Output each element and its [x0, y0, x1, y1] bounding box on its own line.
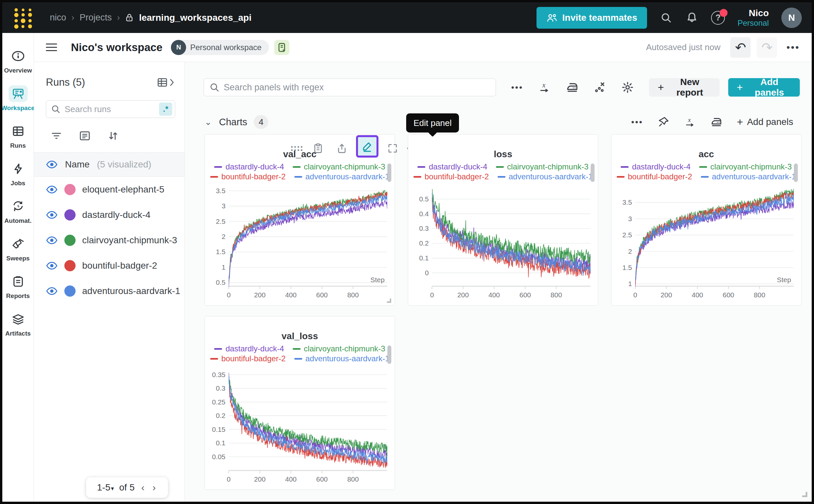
export-panel-icon[interactable]: [336, 143, 347, 154]
help-icon[interactable]: ?: [711, 11, 725, 25]
search-panels-input[interactable]: [224, 82, 496, 93]
visibility-eye-icon[interactable]: [46, 236, 58, 245]
breadcrumb-project[interactable]: learning_workspaces_api: [139, 13, 252, 23]
sidebar-item-automations[interactable]: Automat.: [2, 193, 34, 230]
svg-text:800: 800: [347, 475, 359, 483]
legend-scrollbar[interactable]: [590, 163, 594, 182]
run-row[interactable]: eloquent-elephant-5: [34, 177, 184, 202]
sidebar-item-sweeps[interactable]: Sweeps: [2, 230, 34, 268]
legend-scrollbar[interactable]: [387, 163, 391, 182]
sidebar-item-runs[interactable]: Runs: [2, 117, 34, 155]
invite-teammates-button[interactable]: Invite teammates: [536, 7, 647, 29]
breadcrumb-section[interactable]: Projects: [79, 13, 112, 23]
run-name[interactable]: adventurous-aardvark-1: [82, 286, 180, 296]
section-smoothing-icon[interactable]: [710, 116, 722, 128]
legend-item[interactable]: adventurous-aardvark-1: [497, 172, 593, 181]
x-axis-settings-icon[interactable]: [538, 81, 551, 94]
chart-plot-area[interactable]: 0.050.10.150.20.250.30.350200400600800: [208, 366, 392, 486]
prev-page-icon[interactable]: ‹: [140, 482, 146, 493]
sidebar-item-workspace[interactable]: Workspace: [2, 80, 34, 117]
run-name[interactable]: bountiful-badger-2: [82, 260, 157, 271]
collapse-sidebar-icon[interactable]: [46, 41, 57, 53]
legend-item[interactable]: adventurous-aardvark-1: [294, 354, 390, 363]
chart-plot-area[interactable]: 00.10.20.30.40.50200400600800: [411, 184, 595, 301]
panel-resize-handle[interactable]: [385, 297, 393, 304]
legend-item[interactable]: dastardly-duck-4: [214, 162, 284, 171]
visibility-eye-icon[interactable]: [46, 185, 58, 194]
legend-item[interactable]: clairvoyant-chipmunk-3: [699, 162, 792, 171]
run-name[interactable]: eloquent-elephant-5: [82, 184, 164, 195]
open-runs-table-icon[interactable]: [157, 77, 174, 88]
smoothing-icon[interactable]: [566, 81, 578, 94]
collapse-section-icon[interactable]: ⌄: [205, 117, 212, 127]
sidebar-item-jobs[interactable]: Jobs: [2, 155, 34, 193]
svg-text:3: 3: [628, 215, 632, 222]
group-list-icon[interactable]: [79, 130, 91, 142]
section-x-axis-icon[interactable]: [684, 116, 696, 128]
visibility-eye-icon[interactable]: [46, 286, 58, 296]
run-row[interactable]: clairvoyant-chipmunk-3: [34, 227, 184, 253]
legend-item[interactable]: dastardly-duck-4: [417, 162, 487, 171]
legend-item[interactable]: bountiful-badger-2: [617, 172, 692, 181]
chart-plot-area[interactable]: 11.522.533.50200400600800Step: [614, 184, 799, 301]
workspace-badge[interactable]: N Personal workspace: [171, 40, 269, 55]
legend-item[interactable]: dastardly-duck-4: [621, 162, 690, 171]
edit-panel-button[interactable]: Edit panel: [356, 135, 378, 158]
panels-overflow-menu-icon[interactable]: •••: [511, 82, 523, 93]
legend-item[interactable]: adventurous-aardvark-1: [294, 172, 390, 181]
undo-button[interactable]: ↶: [730, 37, 751, 58]
sidebar-item-reports[interactable]: Reports: [2, 268, 34, 305]
visibility-eye-icon[interactable]: [46, 261, 58, 270]
run-name[interactable]: dastardly-duck-4: [82, 210, 150, 220]
pin-section-icon[interactable]: [658, 116, 670, 128]
avatar[interactable]: N: [781, 8, 802, 28]
drag-panel-handle-icon[interactable]: [290, 144, 304, 153]
settings-gear-icon[interactable]: [621, 81, 634, 94]
legend-scrollbar[interactable]: [794, 163, 798, 182]
section-overflow-menu-icon[interactable]: •••: [631, 117, 643, 127]
page-resize-handle[interactable]: [800, 490, 809, 498]
legend-item[interactable]: dastardly-duck-4: [214, 344, 284, 353]
search-icon[interactable]: [660, 11, 673, 24]
sidebar-item-overview[interactable]: Overview: [2, 42, 34, 80]
legend-item[interactable]: clairvoyant-chipmunk-3: [293, 162, 385, 171]
outliers-icon[interactable]: [593, 81, 606, 94]
add-panels-button[interactable]: +Add panels: [728, 78, 800, 97]
run-color-dot: [64, 260, 75, 271]
svg-text:0.3: 0.3: [216, 384, 226, 392]
visibility-eye-icon[interactable]: [46, 210, 58, 220]
run-row[interactable]: dastardly-duck-4: [34, 202, 184, 227]
workspace-doc-icon[interactable]: [274, 40, 289, 55]
visibility-eye-icon[interactable]: [46, 160, 58, 169]
run-row[interactable]: adventurous-aardvark-1: [34, 278, 184, 304]
breadcrumb-user[interactable]: nico: [50, 13, 66, 23]
run-row[interactable]: bountiful-badger-2: [34, 253, 184, 278]
legend-item[interactable]: clairvoyant-chipmunk-3: [496, 162, 588, 171]
redo-button[interactable]: ↷: [757, 37, 777, 58]
fullscreen-panel-icon[interactable]: [387, 143, 398, 154]
copy-panel-icon[interactable]: [313, 143, 324, 154]
run-name[interactable]: clairvoyant-chipmunk-3: [82, 235, 177, 246]
user-menu[interactable]: Nico Personal: [738, 8, 769, 28]
page-range-dropdown[interactable]: 1-5 ▾: [97, 482, 114, 493]
legend-item[interactable]: bountiful-badger-2: [413, 172, 489, 181]
new-report-button[interactable]: +New report: [649, 78, 719, 97]
breadcrumb: nico › Projects › learning_workspaces_ap…: [50, 13, 252, 23]
search-runs-input[interactable]: [65, 104, 159, 114]
notifications-bell-icon[interactable]: [685, 11, 699, 24]
wandb-logo-icon[interactable]: [14, 8, 33, 27]
panel-search-box: [204, 78, 496, 96]
sort-icon[interactable]: [107, 130, 119, 142]
filter-icon[interactable]: [50, 130, 62, 142]
sidebar-item-artifacts[interactable]: Artifacts: [2, 305, 34, 343]
legend-item[interactable]: bountiful-badger-2: [210, 354, 286, 363]
regex-toggle[interactable]: .*: [159, 103, 172, 116]
next-page-icon[interactable]: ›: [151, 482, 157, 493]
legend-item[interactable]: bountiful-badger-2: [210, 172, 286, 181]
legend-item[interactable]: adventurous-aardvark-1: [701, 172, 796, 181]
chart-plot-area[interactable]: 0.511.522.533.50200400600800Step: [208, 184, 392, 301]
legend-scrollbar[interactable]: [387, 345, 391, 364]
legend-item[interactable]: clairvoyant-chipmunk-3: [293, 344, 385, 353]
section-add-panels-link[interactable]: +Add panels: [737, 116, 793, 128]
workspace-overflow-menu-icon[interactable]: •••: [786, 42, 800, 53]
